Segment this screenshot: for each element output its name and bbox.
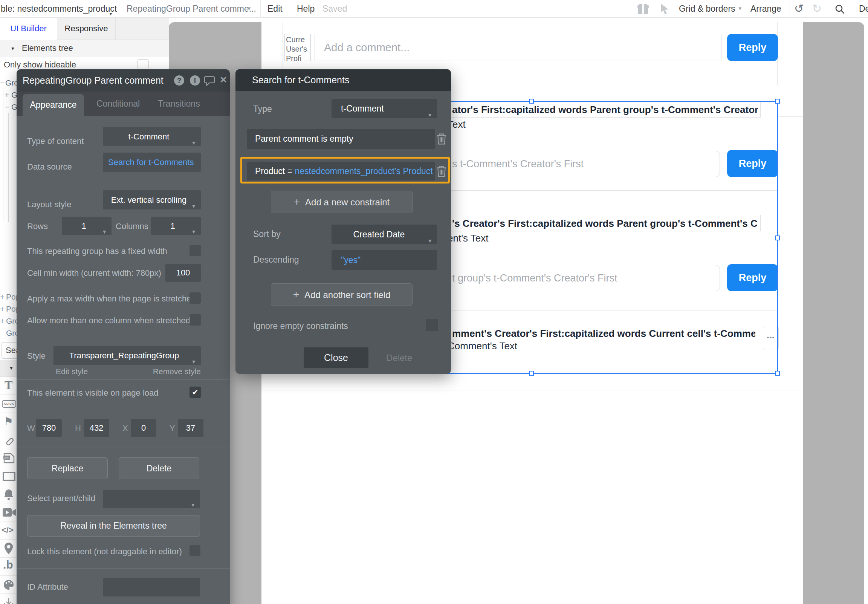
cursor-icon[interactable] — [660, 3, 670, 15]
tree-expander-icon[interactable]: − — [0, 78, 5, 87]
comment-body-text[interactable]: ent's Text — [448, 233, 488, 244]
x-value: 0 — [141, 423, 146, 433]
x-input[interactable]: 0 — [131, 419, 157, 437]
data-source-button[interactable]: Search for t-Comments — [103, 152, 201, 172]
selection-handle[interactable] — [775, 99, 780, 104]
type-dropdown[interactable]: t-Comment ▼ — [332, 99, 437, 118]
trash-icon[interactable] — [436, 133, 447, 146]
reply-button[interactable]: Reply — [727, 264, 778, 291]
comment-bubble-icon[interactable] — [204, 76, 215, 86]
only-show-hideable-checkbox[interactable] — [138, 59, 149, 69]
select-parent-dropdown[interactable]: ▼ — [103, 490, 200, 508]
cell-menu-button[interactable]: ••• — [763, 326, 779, 350]
cell-min-width-value: 100 — [176, 268, 190, 277]
layout-style-dropdown[interactable]: Ext. vertical scrolling▼ — [103, 190, 201, 210]
type-of-content-dropdown[interactable]: t-Comment▼ — [103, 127, 201, 146]
visible-checkbox[interactable]: ✔ — [189, 387, 201, 398]
cell-min-width-label: Cell min width (current width: 780px) — [27, 268, 161, 278]
delete-button[interactable]: Delete — [119, 457, 199, 479]
descending-input[interactable]: "yes" — [332, 250, 437, 270]
profile-image-label: Curre User's Profi — [285, 34, 310, 61]
tab-appearance[interactable]: Appearance — [23, 94, 84, 116]
one-column-label: Allow more than one column when stretche… — [27, 316, 190, 326]
reply-button[interactable]: Reply — [727, 150, 778, 177]
help-icon[interactable]: ? — [174, 75, 184, 85]
property-editor-title: RepeatingGroup Parent comment — [23, 69, 163, 92]
tree-expander-icon[interactable]: + — [0, 304, 5, 314]
dev-label[interactable]: De — [859, 0, 868, 17]
constraint-row[interactable]: Parent comment is empty — [247, 129, 435, 149]
reveal-button[interactable]: Reveal in the Elements tree — [27, 515, 200, 537]
tab-transitions[interactable]: Transitions — [158, 92, 200, 116]
topbar-divider — [120, 0, 120, 17]
search-popup-header[interactable]: Search for t-Comments — [236, 69, 451, 91]
sort-by-value: Created Date — [332, 225, 437, 244]
tree-expander-icon[interactable]: + — [0, 317, 5, 326]
y-input[interactable]: 37 — [178, 419, 203, 437]
rows-dropdown[interactable]: 1▼ — [62, 217, 112, 235]
columns-dropdown[interactable]: 1▼ — [151, 217, 201, 235]
gift-icon[interactable] — [637, 3, 649, 15]
button-tool-icon: CLICK — [2, 400, 16, 408]
selection-handle[interactable] — [775, 371, 780, 376]
grid-borders-menu[interactable]: Grid & borders — [679, 0, 735, 17]
type-value: t-Comment — [332, 104, 384, 113]
topbar: ble: nestedcomments_product RepeatingGro… — [0, 0, 868, 18]
chevron-down-icon[interactable]: ▼ — [247, 0, 252, 17]
edit-style-link[interactable]: Edit style — [56, 367, 88, 376]
selection-handle[interactable] — [529, 371, 534, 376]
max-width-checkbox[interactable] — [189, 292, 201, 304]
chevron-down-icon[interactable]: ▼ — [108, 11, 113, 17]
h-input[interactable]: 432 — [84, 419, 109, 437]
info-icon[interactable]: i — [190, 75, 200, 85]
comment-body-text[interactable]: Comment's Text — [448, 340, 517, 352]
comment-title-text[interactable]: ator's First:capitalized words Parent gr… — [452, 104, 758, 116]
tree-expander-icon[interactable]: + — [5, 90, 9, 99]
menu-edit[interactable]: Edit — [268, 0, 282, 17]
tab-ui-builder[interactable]: UI Builder — [0, 18, 57, 40]
selection-handle[interactable] — [529, 99, 534, 104]
fixed-width-checkbox[interactable] — [189, 245, 201, 256]
redo-icon[interactable]: ↻ — [812, 0, 822, 17]
ignore-constraints-checkbox[interactable] — [426, 319, 438, 331]
style-dropdown[interactable]: Transparent_RepeatingGroup▼ — [54, 346, 201, 365]
menu-help[interactable]: Help — [297, 0, 315, 17]
tab-responsive[interactable]: Responsive — [57, 18, 116, 40]
comment-title-text[interactable]: 's Creator's First:capitalized words Par… — [452, 218, 758, 230]
w-input[interactable]: 780 — [36, 419, 62, 437]
data-source-label: Data source — [27, 162, 72, 172]
columns-label: Columns — [116, 222, 149, 231]
page-title[interactable]: ble: nestedcomments_product — [1, 0, 117, 17]
divider — [236, 343, 451, 343]
id-attribute-input[interactable] — [103, 578, 200, 596]
element-selector-dropdown[interactable]: RepeatingGroup Parent comme... — [127, 0, 256, 17]
saved-status: Saved — [322, 0, 347, 17]
reply-button[interactable]: Reply — [727, 34, 778, 61]
profile-image-placeholder[interactable]: Curre User's Profi — [284, 34, 311, 61]
comment-title-text[interactable]: mment's Creator's First:capitalized word… — [452, 328, 755, 340]
undo-icon[interactable]: ↺ — [794, 0, 804, 17]
tree-expander-icon[interactable]: + — [0, 292, 5, 301]
lock-checkbox[interactable] — [189, 545, 200, 556]
divider — [17, 568, 230, 568]
add-constraint-button[interactable]: +Add a new constraint — [271, 191, 412, 213]
replace-button[interactable]: Replace — [27, 457, 108, 479]
one-column-checkbox[interactable] — [189, 314, 201, 326]
sort-by-dropdown[interactable]: Created Date ▼ — [332, 225, 437, 244]
property-editor-header[interactable]: RepeatingGroup Parent comment ? i ✕ — [17, 69, 230, 92]
y-value: 37 — [186, 423, 195, 433]
close-button[interactable]: Close — [304, 348, 369, 368]
tree-expander-icon[interactable]: − — [5, 102, 9, 112]
selection-handle[interactable] — [775, 236, 780, 241]
elements-tree-header[interactable]: ▼ Elements tree — [0, 40, 169, 57]
h-label: H — [75, 424, 81, 433]
remove-style-link[interactable]: Remove style — [153, 367, 201, 376]
close-icon[interactable]: ✕ — [220, 75, 227, 85]
delete-button-disabled[interactable]: Delete — [386, 352, 412, 363]
tab-conditional[interactable]: Conditional — [96, 92, 140, 116]
search-icon[interactable] — [835, 4, 845, 14]
add-sort-button[interactable]: +Add another sort field — [271, 283, 412, 306]
cell-min-width-input[interactable]: 100 — [165, 264, 201, 282]
alert-tool-icon — [3, 488, 14, 500]
search-popup-title: Search for t-Comments — [252, 69, 349, 91]
